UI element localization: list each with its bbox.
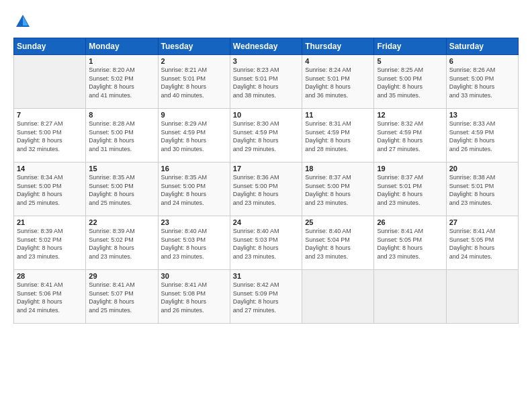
calendar-cell: 7Sunrise: 8:27 AM Sunset: 5:00 PM Daylig… (14, 109, 86, 163)
day-number: 15 (89, 165, 154, 173)
calendar-cell: 6Sunrise: 8:26 AM Sunset: 5:00 PM Daylig… (446, 55, 518, 109)
calendar-cell: 9Sunrise: 8:29 AM Sunset: 4:59 PM Daylig… (158, 109, 230, 163)
column-header-friday: Friday (374, 38, 446, 55)
calendar-cell: 4Sunrise: 8:24 AM Sunset: 5:01 PM Daylig… (302, 55, 374, 109)
day-number: 19 (377, 165, 443, 173)
day-number: 27 (449, 218, 515, 226)
calendar-cell: 11Sunrise: 8:31 AM Sunset: 4:59 PM Dayli… (302, 109, 374, 163)
day-number: 25 (305, 218, 371, 226)
day-number: 11 (305, 111, 371, 119)
day-number: 9 (161, 111, 227, 119)
day-number: 12 (377, 111, 443, 119)
calendar-cell: 12Sunrise: 8:32 AM Sunset: 4:59 PM Dayli… (374, 109, 446, 163)
calendar-cell: 17Sunrise: 8:36 AM Sunset: 5:00 PM Dayli… (230, 163, 302, 216)
column-header-saturday: Saturday (446, 38, 518, 55)
calendar-cell: 3Sunrise: 8:23 AM Sunset: 5:01 PM Daylig… (230, 55, 302, 109)
day-number: 6 (449, 57, 515, 65)
day-number: 2 (161, 57, 227, 65)
calendar-cell: 8Sunrise: 8:28 AM Sunset: 5:00 PM Daylig… (86, 109, 158, 163)
day-info: Sunrise: 8:40 AM Sunset: 5:03 PM Dayligh… (233, 227, 299, 261)
day-info: Sunrise: 8:27 AM Sunset: 5:00 PM Dayligh… (17, 120, 83, 153)
calendar-cell: 22Sunrise: 8:39 AM Sunset: 5:02 PM Dayli… (86, 216, 158, 270)
day-number: 17 (233, 165, 299, 173)
day-number: 21 (17, 218, 83, 226)
day-number: 23 (161, 218, 227, 226)
day-info: Sunrise: 8:24 AM Sunset: 5:01 PM Dayligh… (305, 66, 371, 99)
day-number: 29 (89, 272, 154, 280)
calendar-cell: 1Sunrise: 8:20 AM Sunset: 5:02 PM Daylig… (86, 55, 158, 109)
day-info: Sunrise: 8:39 AM Sunset: 5:02 PM Dayligh… (17, 227, 83, 261)
week-row-5: 28Sunrise: 8:41 AM Sunset: 5:06 PM Dayli… (14, 270, 519, 324)
calendar-cell: 24Sunrise: 8:40 AM Sunset: 5:03 PM Dayli… (230, 216, 302, 270)
column-header-tuesday: Tuesday (158, 38, 230, 55)
page: SundayMondayTuesdayWednesdayThursdayFrid… (0, 0, 532, 411)
day-info: Sunrise: 8:38 AM Sunset: 5:01 PM Dayligh… (449, 173, 515, 207)
header (13, 12, 519, 31)
calendar-cell: 29Sunrise: 8:41 AM Sunset: 5:07 PM Dayli… (86, 270, 158, 324)
calendar-cell: 19Sunrise: 8:37 AM Sunset: 5:01 PM Dayli… (374, 163, 446, 216)
calendar-cell: 5Sunrise: 8:25 AM Sunset: 5:00 PM Daylig… (374, 55, 446, 109)
day-info: Sunrise: 8:28 AM Sunset: 5:00 PM Dayligh… (89, 120, 154, 153)
calendar-cell: 20Sunrise: 8:38 AM Sunset: 5:01 PM Dayli… (446, 163, 518, 216)
day-info: Sunrise: 8:25 AM Sunset: 5:00 PM Dayligh… (377, 66, 443, 99)
day-info: Sunrise: 8:21 AM Sunset: 5:01 PM Dayligh… (161, 66, 227, 99)
calendar-cell: 16Sunrise: 8:35 AM Sunset: 5:00 PM Dayli… (158, 163, 230, 216)
day-info: Sunrise: 8:37 AM Sunset: 5:01 PM Dayligh… (377, 173, 443, 207)
day-info: Sunrise: 8:33 AM Sunset: 4:59 PM Dayligh… (449, 120, 515, 153)
day-number: 5 (377, 57, 443, 65)
week-row-4: 21Sunrise: 8:39 AM Sunset: 5:02 PM Dayli… (14, 216, 519, 270)
calendar-cell (14, 55, 86, 109)
column-header-sunday: Sunday (14, 38, 86, 55)
day-info: Sunrise: 8:35 AM Sunset: 5:00 PM Dayligh… (89, 173, 154, 207)
calendar-cell: 26Sunrise: 8:41 AM Sunset: 5:05 PM Dayli… (374, 216, 446, 270)
calendar-cell: 25Sunrise: 8:40 AM Sunset: 5:04 PM Dayli… (302, 216, 374, 270)
day-number: 31 (233, 272, 299, 280)
column-header-wednesday: Wednesday (230, 38, 302, 55)
week-row-2: 7Sunrise: 8:27 AM Sunset: 5:00 PM Daylig… (14, 109, 519, 163)
day-info: Sunrise: 8:41 AM Sunset: 5:07 PM Dayligh… (89, 281, 154, 314)
day-info: Sunrise: 8:42 AM Sunset: 5:09 PM Dayligh… (233, 281, 299, 314)
day-info: Sunrise: 8:26 AM Sunset: 5:00 PM Dayligh… (449, 66, 515, 99)
day-number: 20 (449, 165, 515, 173)
calendar-cell: 18Sunrise: 8:37 AM Sunset: 5:00 PM Dayli… (302, 163, 374, 216)
calendar-cell (374, 270, 446, 324)
calendar-cell: 21Sunrise: 8:39 AM Sunset: 5:02 PM Dayli… (14, 216, 86, 270)
day-number: 30 (161, 272, 227, 280)
day-number: 3 (233, 57, 299, 65)
calendar-cell (302, 270, 374, 324)
day-info: Sunrise: 8:29 AM Sunset: 4:59 PM Dayligh… (161, 120, 227, 153)
day-info: Sunrise: 8:39 AM Sunset: 5:02 PM Dayligh… (89, 227, 154, 261)
day-info: Sunrise: 8:37 AM Sunset: 5:00 PM Dayligh… (305, 173, 371, 207)
day-number: 14 (17, 165, 83, 173)
day-number: 1 (89, 57, 154, 65)
day-info: Sunrise: 8:41 AM Sunset: 5:06 PM Dayligh… (17, 281, 83, 314)
day-number: 10 (233, 111, 299, 119)
day-number: 22 (89, 218, 154, 226)
day-info: Sunrise: 8:35 AM Sunset: 5:00 PM Dayligh… (161, 173, 227, 207)
day-number: 16 (161, 165, 227, 173)
day-number: 7 (17, 111, 83, 119)
day-info: Sunrise: 8:36 AM Sunset: 5:00 PM Dayligh… (233, 173, 299, 207)
calendar-cell: 2Sunrise: 8:21 AM Sunset: 5:01 PM Daylig… (158, 55, 230, 109)
day-info: Sunrise: 8:32 AM Sunset: 4:59 PM Dayligh… (377, 120, 443, 153)
day-info: Sunrise: 8:34 AM Sunset: 5:00 PM Dayligh… (17, 173, 83, 207)
day-info: Sunrise: 8:41 AM Sunset: 5:05 PM Dayligh… (449, 227, 515, 261)
calendar-cell: 15Sunrise: 8:35 AM Sunset: 5:00 PM Dayli… (86, 163, 158, 216)
calendar-cell: 14Sunrise: 8:34 AM Sunset: 5:00 PM Dayli… (14, 163, 86, 216)
logo-icon (13, 12, 32, 31)
calendar-cell: 28Sunrise: 8:41 AM Sunset: 5:06 PM Dayli… (14, 270, 86, 324)
day-number: 4 (305, 57, 371, 65)
day-number: 28 (17, 272, 83, 280)
day-number: 24 (233, 218, 299, 226)
day-info: Sunrise: 8:30 AM Sunset: 4:59 PM Dayligh… (233, 120, 299, 153)
logo (13, 12, 35, 31)
day-number: 26 (377, 218, 443, 226)
day-info: Sunrise: 8:40 AM Sunset: 5:03 PM Dayligh… (161, 227, 227, 261)
calendar-cell: 27Sunrise: 8:41 AM Sunset: 5:05 PM Dayli… (446, 216, 518, 270)
day-info: Sunrise: 8:41 AM Sunset: 5:05 PM Dayligh… (377, 227, 443, 261)
calendar-table: SundayMondayTuesdayWednesdayThursdayFrid… (13, 38, 519, 324)
calendar-cell: 13Sunrise: 8:33 AM Sunset: 4:59 PM Dayli… (446, 109, 518, 163)
header-row: SundayMondayTuesdayWednesdayThursdayFrid… (14, 38, 519, 55)
calendar-cell: 31Sunrise: 8:42 AM Sunset: 5:09 PM Dayli… (230, 270, 302, 324)
day-info: Sunrise: 8:41 AM Sunset: 5:08 PM Dayligh… (161, 281, 227, 314)
